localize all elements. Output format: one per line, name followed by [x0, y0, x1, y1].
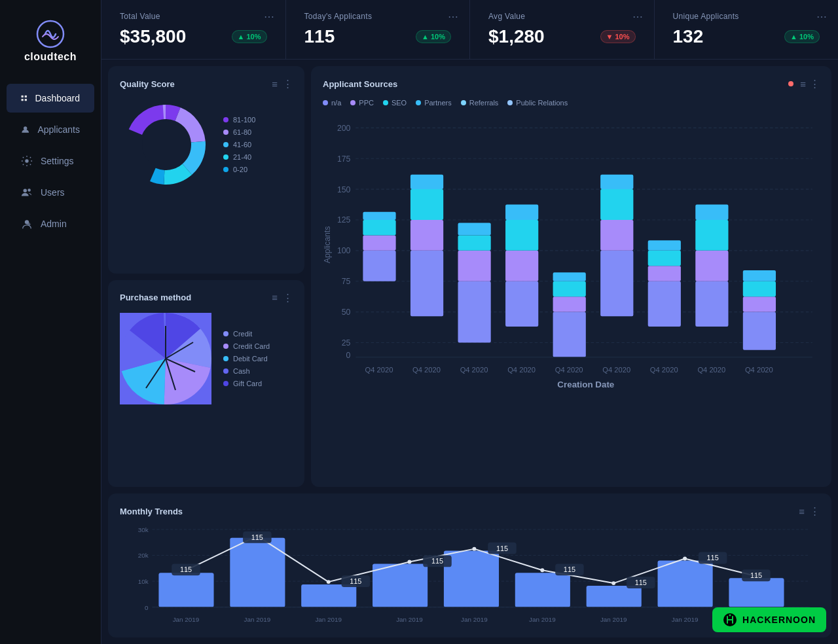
bar-chart-svg: 200 175 150 125 100 75 50 25 0 Applicant…: [323, 113, 820, 391]
main-content: ⋯ Total Value $35,800 ▲ 10% ⋯ Today's Ap…: [101, 0, 838, 644]
svg-rect-70: [648, 281, 681, 327]
pie-chart: [120, 313, 211, 404]
svg-text:Q4 2020: Q4 2020: [555, 366, 583, 374]
stat-more-menu-1[interactable]: ⋯: [448, 10, 459, 23]
sources-label-0: n/a: [331, 99, 341, 107]
nav-item-dashboard[interactable]: Dashboard: [7, 84, 94, 113]
svg-point-5: [24, 126, 27, 130]
svg-point-15: [142, 121, 189, 168]
svg-rect-53: [410, 175, 443, 189]
stat-more-menu-3[interactable]: ⋯: [816, 10, 828, 23]
legend-dot-1: [223, 130, 228, 135]
stat-label-1: Today's Applicants: [304, 12, 452, 21]
svg-rect-68: [600, 189, 633, 220]
stats-bar: ⋯ Total Value $35,800 ▲ 10% ⋯ Today's Ap…: [101, 0, 838, 60]
svg-rect-78: [743, 312, 776, 350]
svg-text:50: 50: [342, 308, 351, 317]
pie-label-1: Credit Card: [233, 342, 270, 350]
purchase-method-title: Purchase method: [120, 293, 191, 302]
stat-value-3: 132: [673, 26, 704, 47]
charts-row: Quality Score ≡ ⋮: [108, 66, 831, 487]
svg-text:Jan 2019: Jan 2019: [244, 616, 271, 623]
svg-rect-80: [743, 281, 776, 296]
nav-item-admin[interactable]: Admin: [7, 209, 94, 238]
svg-rect-65: [553, 272, 586, 281]
sources-label-1: PPC: [359, 99, 374, 107]
svg-rect-66: [600, 251, 633, 316]
stat-more-menu-0[interactable]: ⋯: [264, 10, 275, 23]
trends-more-icon[interactable]: ⋮: [810, 505, 820, 517]
svg-rect-2: [25, 96, 27, 98]
svg-rect-106: [515, 573, 570, 607]
svg-text:Q4 2020: Q4 2020: [745, 366, 773, 374]
svg-rect-74: [695, 281, 728, 327]
legend-label-1: 61-80: [233, 128, 251, 136]
svg-rect-104: [373, 564, 428, 607]
svg-text:125: 125: [337, 215, 351, 224]
svg-rect-75: [695, 251, 728, 281]
svg-text:0: 0: [145, 604, 149, 611]
stat-label-2: Avg Value: [488, 12, 636, 21]
svg-rect-3: [21, 99, 23, 101]
stat-label-0: Total Value: [120, 12, 267, 21]
svg-text:115: 115: [431, 557, 443, 565]
svg-text:10k: 10k: [138, 578, 149, 585]
svg-text:200: 200: [337, 124, 351, 133]
stat-value-2: $1,280: [488, 26, 545, 47]
applicant-sources-card: Applicant Sources ≡ ⋮ n/a PPC: [311, 66, 831, 487]
nav-item-applicants[interactable]: Applicants: [7, 115, 94, 144]
legend-label-0: 81-100: [233, 116, 255, 124]
legend-dot-2: [223, 142, 228, 147]
sources-dot-5: [507, 100, 513, 105]
pie-dot-3: [223, 368, 228, 374]
svg-rect-61: [505, 205, 538, 220]
svg-text:75: 75: [342, 277, 351, 286]
stat-badge-2: ▼ 10%: [600, 30, 636, 43]
sources-filter-icon[interactable]: ≡: [800, 79, 806, 90]
stat-label-3: Unique Applicants: [673, 12, 820, 21]
stat-more-menu-2[interactable]: ⋯: [632, 10, 644, 23]
nav-label-users: Users: [41, 187, 65, 198]
svg-rect-60: [505, 220, 538, 251]
svg-rect-77: [695, 205, 728, 220]
donut-chart: [120, 99, 211, 190]
logo-icon: [36, 20, 65, 48]
trends-filter-icon[interactable]: ≡: [799, 506, 805, 517]
purchase-filter-icon[interactable]: ≡: [272, 292, 278, 303]
svg-text:Jan 2019: Jan 2019: [672, 616, 699, 623]
quality-score-more-icon[interactable]: ⋮: [283, 78, 293, 90]
svg-rect-56: [458, 235, 490, 250]
legend-dot-4: [223, 167, 228, 172]
purchase-more-icon[interactable]: ⋮: [283, 292, 293, 304]
legend-dot-3: [223, 154, 228, 160]
sources-legend-4: Referrals: [461, 99, 499, 107]
svg-point-6: [25, 159, 28, 162]
sidebar: cloudtech Dashboard Applicants Settings …: [0, 0, 101, 644]
legend-label-2: 41-60: [233, 141, 251, 149]
sources-label-5: Public Relations: [516, 99, 568, 107]
legend-label-4: 0-20: [233, 166, 247, 173]
svg-text:115: 115: [350, 577, 361, 585]
alert-dot: [788, 81, 793, 86]
nav-item-settings[interactable]: Settings: [7, 147, 94, 175]
svg-text:Jan 2019: Jan 2019: [173, 616, 200, 623]
quality-score-header: Quality Score ≡ ⋮: [120, 78, 293, 90]
hackernoon-badge: HACKERNOON: [712, 607, 826, 632]
trends-header: Monthly Trends ≡ ⋮: [120, 505, 820, 517]
legend-item-3: 21-40: [223, 153, 255, 161]
svg-point-7: [24, 189, 27, 192]
quality-score-filter-icon[interactable]: ≡: [272, 79, 278, 90]
svg-text:Jan 2019: Jan 2019: [600, 616, 627, 623]
svg-rect-57: [458, 223, 490, 235]
sources-more-icon[interactable]: ⋮: [810, 78, 820, 90]
stat-today-applicants: ⋯ Today's Applicants 115 ▲ 10%: [286, 0, 471, 59]
sources-legend-3: Partners: [416, 99, 452, 107]
pie-legend-2: Debit Card: [223, 355, 270, 363]
svg-text:25: 25: [342, 338, 351, 348]
svg-point-112: [327, 580, 331, 584]
stat-total-value: ⋯ Total Value $35,800 ▲ 10%: [101, 0, 286, 59]
hackernoon-text: HACKERNOON: [742, 615, 816, 625]
purchase-method-actions: ≡ ⋮: [272, 292, 293, 304]
svg-rect-4: [25, 99, 27, 101]
nav-item-users[interactable]: Users: [7, 178, 94, 207]
